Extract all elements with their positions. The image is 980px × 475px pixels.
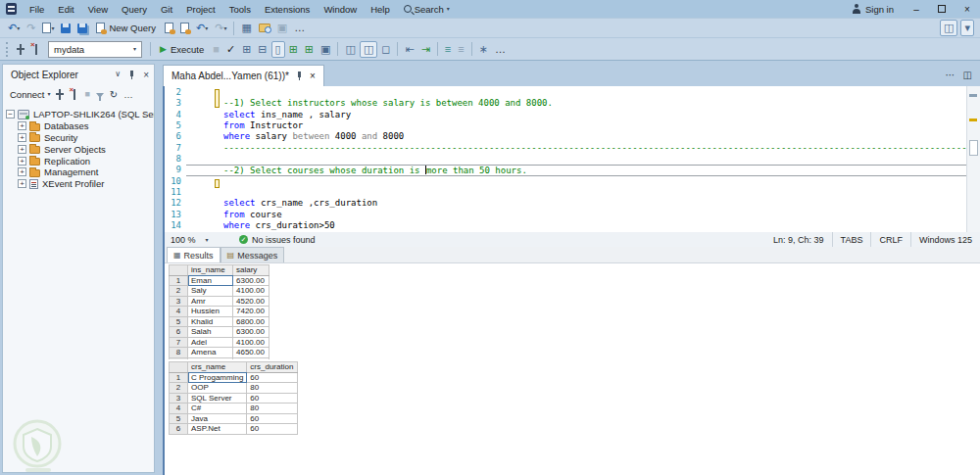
redo-icon[interactable]: ↷▾ (212, 20, 229, 36)
more-options-icon[interactable]: … (492, 41, 509, 58)
tree-collapse-icon[interactable]: − (6, 110, 15, 119)
database-selector[interactable]: mydata ▾ (48, 41, 142, 58)
code-line-8[interactable] (186, 154, 966, 165)
float-window-icon[interactable]: ◫ (963, 70, 972, 80)
results-to-text-icon[interactable]: ◫ (342, 41, 358, 58)
tab-results[interactable]: ▦ Results (167, 247, 220, 262)
results-grid-courses[interactable]: crs_namecrs_duration1C Progamming602OOP8… (169, 361, 298, 435)
column-header-salary[interactable]: salary (233, 265, 270, 276)
window-layout-icon[interactable]: ▣ (274, 20, 290, 36)
intellisense-icon[interactable]: ▯ (271, 41, 285, 58)
tree-node-security[interactable]: +Security (6, 132, 154, 144)
editor-scrollbar[interactable] (966, 86, 980, 232)
grid-cell[interactable]: Hussien (188, 307, 233, 317)
connect-button[interactable]: Connect ▾ (10, 89, 50, 100)
grid-cell[interactable]: Java (188, 413, 247, 424)
results-to-grid-icon[interactable]: ◫ (360, 41, 377, 58)
encoding-indicator[interactable]: Windows 125 (910, 232, 980, 247)
line-ending-indicator[interactable]: CRLF (870, 232, 910, 247)
filter-icon[interactable] (96, 93, 104, 98)
grid-cell[interactable]: 80 (247, 404, 298, 414)
row-number[interactable]: 4 (170, 307, 188, 317)
menu-git[interactable]: Git (154, 2, 179, 17)
code-line-11[interactable] (186, 187, 966, 198)
code-line-12[interactable]: select crs_name ,crs_duration (186, 198, 966, 209)
sign-in-button[interactable]: Sign in (842, 4, 904, 15)
results-to-file-icon[interactable]: ◻ (378, 41, 393, 58)
connect-server-icon[interactable] (56, 89, 64, 100)
grid-cell[interactable]: 60 (247, 393, 298, 404)
code-line-13[interactable]: from course (186, 210, 966, 220)
row-number[interactable]: 4 (170, 404, 188, 414)
stop-icon[interactable]: ■ (84, 89, 89, 99)
sqlcmd-mode-icon[interactable]: ∗ (476, 41, 491, 58)
connect-icon[interactable] (14, 41, 27, 58)
code-line-4[interactable]: select ins_name , salary (186, 110, 966, 120)
find-in-files-icon[interactable] (256, 20, 273, 36)
tree-expand-icon[interactable]: + (18, 121, 26, 130)
menu-view[interactable]: View (81, 2, 115, 17)
row-number[interactable]: 5 (170, 316, 188, 327)
live-query-stats-icon[interactable]: ⊞ (302, 41, 317, 58)
row-number[interactable]: 6 (170, 327, 188, 338)
navigate-backward-icon[interactable]: ↶▾ (5, 20, 23, 36)
actual-plan-icon[interactable]: ⊞ (286, 41, 301, 58)
chevron-down-icon[interactable]: ▾ (51, 25, 54, 31)
feedback-icon[interactable]: ◫ (940, 20, 957, 36)
grid-cell[interactable]: 4650.00 (233, 348, 270, 358)
parse-icon[interactable]: ✓ (223, 41, 238, 58)
grid-cell[interactable]: 4100.00 (233, 286, 270, 297)
more-options-icon[interactable]: … (123, 89, 133, 100)
tree-expand-icon[interactable]: + (18, 167, 26, 176)
activity-monitor-icon[interactable]: ▦ (238, 20, 254, 36)
column-header-crs_name[interactable]: crs_name (188, 362, 247, 373)
grid-cell[interactable]: Salah (188, 327, 233, 338)
open-recent-query-icon[interactable] (162, 20, 176, 36)
document-tab[interactable]: Maha Abdel...Yamen (61))* × (163, 65, 324, 86)
indent-decrease-icon[interactable]: ⇤ (402, 41, 416, 58)
grid-cell[interactable]: 60 (247, 424, 298, 435)
grid-cell[interactable]: 60 (247, 372, 298, 383)
close-button[interactable]: × (955, 0, 980, 18)
column-header-ins_name[interactable]: ins_name (188, 265, 233, 276)
row-number[interactable]: 2 (170, 383, 188, 394)
menu-edit[interactable]: Edit (51, 2, 80, 17)
query-options-icon[interactable]: ⊟ (255, 41, 270, 58)
menu-window[interactable]: Window (317, 2, 364, 17)
row-number[interactable]: 3 (170, 393, 188, 404)
grid-cell[interactable]: C# (188, 404, 247, 414)
code-line-7[interactable]: ----------------------------------------… (186, 143, 966, 154)
toolbar-grip[interactable] (6, 42, 10, 57)
undo-icon[interactable]: ↶▾ (193, 20, 211, 36)
panel-close-icon[interactable]: × (143, 70, 149, 80)
query-store-icon[interactable]: ▣ (318, 41, 333, 58)
new-file-icon[interactable]: ▾ (39, 20, 57, 36)
pin-icon[interactable] (127, 71, 136, 79)
more-options-icon[interactable]: … (291, 20, 308, 36)
menu-project[interactable]: Project (179, 2, 222, 17)
scrollbar-thumb[interactable] (969, 140, 978, 156)
row-number[interactable]: 8 (170, 348, 188, 358)
comment-selection-icon[interactable]: ≡ (442, 41, 454, 58)
pin-icon[interactable] (295, 71, 304, 80)
row-number[interactable]: 7 (170, 337, 188, 348)
grid-cell[interactable]: 7420.00 (233, 307, 270, 317)
save-icon[interactable] (58, 20, 74, 36)
disconnect-server-icon[interactable] (70, 89, 78, 100)
grid-cell[interactable]: 60 (247, 413, 298, 424)
tab-list-more-icon[interactable]: ⋯ (946, 70, 956, 80)
zoom-selector[interactable]: 100 % ▾ (171, 235, 221, 245)
grid-cell[interactable]: Amr (188, 296, 233, 307)
new-query-button[interactable]: New Query (91, 20, 161, 36)
tree-expand-icon[interactable]: + (18, 145, 26, 154)
tree-node-management[interactable]: +Management (6, 166, 154, 178)
code-line-14[interactable]: where crs_duration>50 (186, 220, 966, 231)
grid-cell[interactable]: 4520.00 (233, 296, 270, 307)
grid-cell[interactable]: 80 (247, 383, 298, 394)
grid-cell[interactable]: ASP.Net (188, 424, 247, 435)
menu-tools[interactable]: Tools (222, 2, 258, 17)
menu-query[interactable]: Query (115, 2, 154, 17)
row-number[interactable]: 3 (170, 296, 188, 307)
code-line-2[interactable] (186, 87, 966, 98)
row-number[interactable]: 2 (170, 286, 188, 297)
